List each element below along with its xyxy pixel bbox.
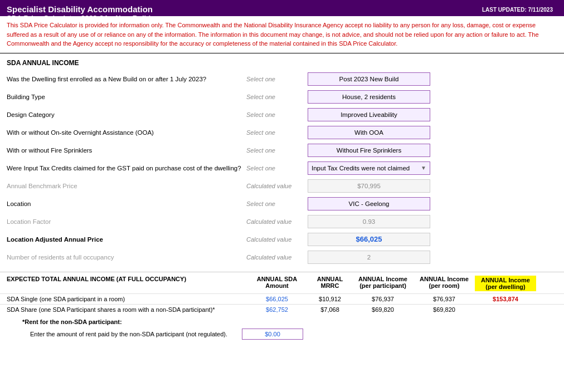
tax-credits-field-label: Were Input Tax Credits claimed for the G… bbox=[7, 165, 246, 171]
disclaimer: This SDA Price Calculator is provided fo… bbox=[0, 16, 564, 53]
ooa-field-label: With or without On-site Overnight Assist… bbox=[7, 129, 246, 136]
design-category-field-value[interactable]: Improved Liveability bbox=[308, 108, 430, 121]
income-col3-0: $10,912 bbox=[308, 296, 352, 302]
location-adjusted-value: $66,025 bbox=[308, 233, 430, 246]
income-rows-container: SDA Single (one SDA participant in a roo… bbox=[0, 293, 564, 315]
location-factor-field-select-label: Calculated value bbox=[246, 218, 308, 225]
location-adjusted-label: Location Adjusted Annual Price bbox=[7, 236, 246, 243]
location-adjusted-input: $66,025 bbox=[308, 233, 430, 246]
new-build-field-input: Post 2023 New Build bbox=[308, 72, 430, 86]
location-field-select-label: Select one bbox=[246, 200, 308, 207]
location-adjusted-calc-label: Calculated value bbox=[246, 236, 308, 243]
ooa-field-row: With or without On-site Overnight Assist… bbox=[0, 124, 564, 141]
fire-sprinklers-field-label: With or without Fire Sprinklers bbox=[7, 147, 246, 154]
last-updated-label: LAST UPDATED: bbox=[482, 7, 527, 13]
annual-benchmark-field-value: $70,995 bbox=[308, 179, 430, 193]
tax-credits-field-select-label: Select one bbox=[246, 165, 308, 171]
location-factor-field-row: Location FactorCalculated value0.93 bbox=[0, 213, 564, 231]
income-col1-1: SDA Share (one SDA Participant shares a … bbox=[7, 306, 246, 313]
rent-description: Enter the amount of rent paid by the non… bbox=[30, 331, 242, 337]
building-type-field-row: Building TypeSelect oneHouse, 2 resident… bbox=[0, 88, 564, 106]
building-type-field-value[interactable]: House, 2 residents bbox=[308, 90, 430, 104]
income-header-row: EXPECTED TOTAL ANNUAL INCOME (AT FULL OC… bbox=[0, 272, 564, 293]
building-type-field-label: Building Type bbox=[7, 94, 246, 100]
fields-container: Was the Dwelling first enrolled as a New… bbox=[0, 70, 564, 231]
design-category-field-select-label: Select one bbox=[246, 111, 308, 118]
location-factor-field-value: 0.93 bbox=[308, 215, 430, 228]
rent-input[interactable] bbox=[242, 329, 303, 340]
income-col5-0: $76,937 bbox=[414, 296, 475, 302]
income-col4-1: $69,820 bbox=[352, 306, 414, 313]
income-col5-1: $69,820 bbox=[414, 306, 475, 313]
location-field-input: VIC - Geelong bbox=[308, 197, 430, 210]
chevron-down-icon: ▼ bbox=[421, 165, 426, 171]
ooa-field-value[interactable]: With OOA bbox=[308, 126, 430, 139]
residents-label: Number of residents at full occupancy bbox=[7, 254, 246, 261]
rent-note: *Rent for the non-SDA participant: bbox=[22, 318, 122, 325]
income-col2-header: ANNUAL SDA Amount bbox=[246, 276, 308, 291]
income-col2-0: $66,025 bbox=[246, 296, 308, 302]
new-build-field-label: Was the Dwelling first enrolled as a New… bbox=[7, 76, 246, 82]
section-title: SDA ANNUAL INCOME bbox=[0, 53, 564, 70]
annual-benchmark-field-select-label: Calculated value bbox=[246, 183, 308, 189]
residents-value: 2 bbox=[308, 251, 430, 264]
last-updated-value: 7/11/2023 bbox=[528, 7, 553, 13]
income-col3-1: $7,068 bbox=[308, 306, 352, 313]
income-col5-header: ANNUAL Income (per room) bbox=[414, 276, 475, 291]
annual-benchmark-field-input: $70,995 bbox=[308, 179, 430, 193]
fire-sprinklers-field-value[interactable]: Without Fire Sprinklers bbox=[308, 144, 430, 157]
design-category-field-row: Design CategorySelect oneImproved Liveab… bbox=[0, 106, 564, 124]
income-col6-header: ANNUAL Income (per dwelling) bbox=[475, 276, 536, 291]
location-field-row: LocationSelect oneVIC - Geelong bbox=[0, 195, 564, 213]
income-col6-0: $153,874 bbox=[475, 296, 536, 302]
design-category-field-input: Improved Liveability bbox=[308, 108, 430, 121]
design-category-field-label: Design Category bbox=[7, 111, 246, 118]
new-build-field-select-label: Select one bbox=[246, 76, 308, 82]
income-col6-1 bbox=[475, 306, 536, 313]
income-col2-1: $62,752 bbox=[246, 306, 308, 313]
ooa-field-input: With OOA bbox=[308, 126, 430, 139]
location-factor-field-label: Location Factor bbox=[7, 218, 246, 225]
income-row-1: SDA Share (one SDA Participant shares a … bbox=[0, 304, 564, 315]
fire-sprinklers-field-select-label: Select one bbox=[246, 147, 308, 154]
header: Specialist Disability Accommodation SDA … bbox=[0, 0, 564, 16]
location-factor-field-input: 0.93 bbox=[308, 215, 430, 228]
residents-calc-label: Calculated value bbox=[246, 254, 308, 261]
annual-benchmark-field-label: Annual Benchmark Price bbox=[7, 183, 246, 189]
location-field-label: Location bbox=[7, 200, 246, 207]
building-type-field-select-label: Select one bbox=[246, 94, 308, 100]
annual-benchmark-field-row: Annual Benchmark PriceCalculated value$7… bbox=[0, 177, 564, 195]
building-type-field-input: House, 2 residents bbox=[308, 90, 430, 104]
fire-sprinklers-field-input: Without Fire Sprinklers bbox=[308, 144, 430, 157]
new-build-field-value[interactable]: Post 2023 New Build bbox=[308, 72, 430, 86]
residents-row: Number of residents at full occupancy Ca… bbox=[0, 248, 564, 266]
rent-input-row: Enter the amount of rent paid by the non… bbox=[0, 327, 564, 341]
fire-sprinklers-field-row: With or without Fire SprinklersSelect on… bbox=[0, 141, 564, 159]
income-col1-header: EXPECTED TOTAL ANNUAL INCOME (AT FULL OC… bbox=[7, 276, 246, 291]
location-adjusted-row: Location Adjusted Annual Price Calculate… bbox=[0, 231, 564, 248]
income-col1-0: SDA Single (one SDA participant in a roo… bbox=[7, 296, 246, 302]
tax-credits-field-row: Were Input Tax Credits claimed for the G… bbox=[0, 159, 564, 177]
residents-input: 2 bbox=[308, 251, 430, 264]
new-build-field-row: Was the Dwelling first enrolled as a New… bbox=[0, 70, 564, 88]
income-row-0: SDA Single (one SDA participant in a roo… bbox=[0, 293, 564, 304]
rent-note-row: *Rent for the non-SDA participant: bbox=[0, 317, 564, 327]
location-field-value[interactable]: VIC - Geelong bbox=[308, 197, 430, 210]
income-col4-0: $76,937 bbox=[352, 296, 414, 302]
income-col4-header: ANNUAL Income (per participant) bbox=[352, 276, 414, 291]
ooa-field-select-label: Select one bbox=[246, 129, 308, 136]
income-col3-header: ANNUAL MRRC bbox=[308, 276, 352, 291]
tax-credits-field-value[interactable]: Input Tax Credits were not claimed▼ bbox=[308, 161, 430, 175]
tax-credits-field-input: Input Tax Credits were not claimed▼ bbox=[308, 161, 430, 175]
